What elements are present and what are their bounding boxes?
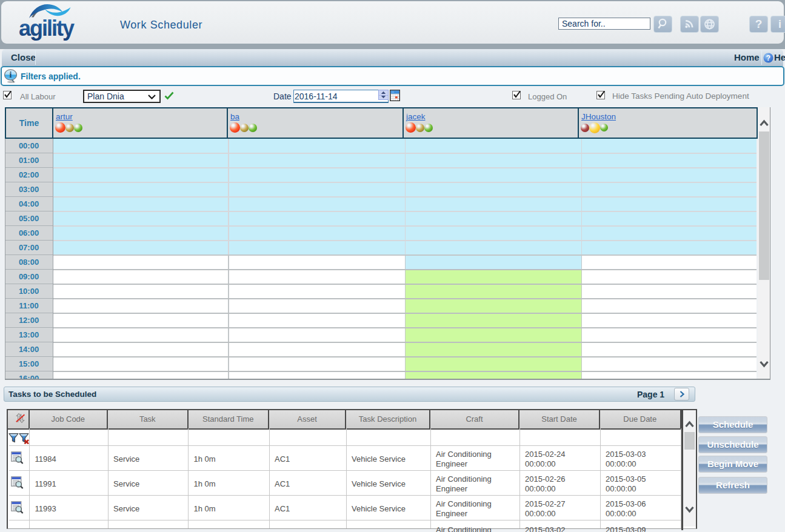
svg-text:agility: agility [19, 16, 75, 41]
svg-text:?: ? [766, 54, 770, 62]
svg-text:i: i [10, 70, 12, 79]
